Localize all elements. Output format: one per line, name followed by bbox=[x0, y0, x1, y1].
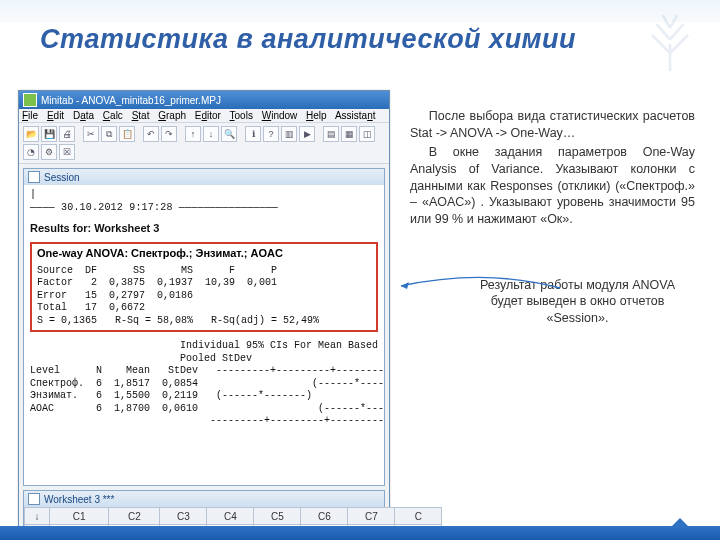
ws-col-c1[interactable]: C1 bbox=[50, 508, 109, 525]
toolbar-tool-icon[interactable]: ⚙ bbox=[41, 144, 57, 160]
toolbar-copy-icon[interactable]: ⧉ bbox=[101, 126, 117, 142]
results-for-label: Results for: Worksheet 3 bbox=[30, 222, 378, 236]
toolbar-cut-icon[interactable]: ✂ bbox=[83, 126, 99, 142]
toolbar-x-icon[interactable]: ☒ bbox=[59, 144, 75, 160]
toolbar-find-icon[interactable]: 🔍 bbox=[221, 126, 237, 142]
toolbar-up-icon[interactable]: ↑ bbox=[185, 126, 201, 142]
menu-editor[interactable]: Editor bbox=[195, 110, 221, 121]
slide-title: Статистика в аналитической химии bbox=[40, 24, 576, 55]
session-icon bbox=[28, 171, 40, 183]
worksheet-icon bbox=[28, 493, 40, 505]
menu-tools[interactable]: Tools bbox=[230, 110, 253, 121]
ci-rows: Level N Mean StDev ---------+---------+-… bbox=[30, 365, 378, 428]
worksheet-title: Worksheet 3 *** bbox=[44, 494, 114, 505]
session-titlebar: Session bbox=[24, 169, 384, 185]
paragraph-1: После выбора вида статистических расчето… bbox=[410, 108, 695, 142]
toolbar-chart-icon[interactable]: ▥ bbox=[281, 126, 297, 142]
anova-heading: One-way ANOVA: Спектроф.; Энзимат.; AOAC bbox=[37, 247, 371, 261]
menu-stat[interactable]: Stat bbox=[132, 110, 150, 121]
callout-label: Результат работы модуля ANOVA будет выве… bbox=[465, 277, 690, 326]
toolbar-session-icon[interactable]: ▤ bbox=[323, 126, 339, 142]
toolbar-down-icon[interactable]: ↓ bbox=[203, 126, 219, 142]
toolbar-graph-icon[interactable]: ◫ bbox=[359, 126, 375, 142]
toolbar-undo-icon[interactable]: ↶ bbox=[143, 126, 159, 142]
tree-decoration bbox=[610, 0, 720, 80]
menu-help[interactable]: Help bbox=[306, 110, 327, 121]
toolbar-pie-icon[interactable]: ◔ bbox=[23, 144, 39, 160]
ws-col-c8[interactable]: C bbox=[395, 508, 442, 525]
toolbar-open-icon[interactable]: 📂 bbox=[23, 126, 39, 142]
session-cursor: | bbox=[30, 189, 378, 202]
ci-header: Individual 95% CIs For Mean Based on Poo… bbox=[30, 340, 378, 365]
toolbar-help-icon[interactable]: ? bbox=[263, 126, 279, 142]
ws-corner[interactable]: ↓ bbox=[25, 508, 50, 525]
minitab-titlebar: Minitab - ANOVA_minitab16_primer.MPJ bbox=[19, 91, 389, 109]
ws-col-c5[interactable]: C5 bbox=[254, 508, 301, 525]
menu-graph[interactable]: Graph bbox=[158, 110, 186, 121]
menu-calc[interactable]: Calc bbox=[103, 110, 123, 121]
toolbar-print-icon[interactable]: 🖨 bbox=[59, 126, 75, 142]
toolbar-save-icon[interactable]: 💾 bbox=[41, 126, 57, 142]
menu-file[interactable]: File bbox=[22, 110, 38, 121]
worksheet-titlebar: Worksheet 3 *** bbox=[24, 491, 384, 507]
anova-table: Source DF SS MS F P Factor 2 0,3875 0,19… bbox=[37, 265, 371, 315]
anova-result-box: One-way ANOVA: Спектроф.; Энзимат.; AOAC… bbox=[30, 242, 378, 332]
session-date: ———— 30.10.2012 9:17:28 ———————————————— bbox=[30, 202, 378, 215]
menu-assistant[interactable]: Assistant bbox=[335, 110, 376, 121]
ws-col-c4[interactable]: C4 bbox=[207, 508, 254, 525]
toolbar-run-icon[interactable]: ▶ bbox=[299, 126, 315, 142]
session-body: | ———— 30.10.2012 9:17:28 ——————————————… bbox=[24, 185, 384, 485]
ws-col-c6[interactable]: C6 bbox=[301, 508, 348, 525]
toolbar-redo-icon[interactable]: ↷ bbox=[161, 126, 177, 142]
toolbar-paste-icon[interactable]: 📋 bbox=[119, 126, 135, 142]
bottom-accent-bar bbox=[0, 526, 720, 540]
minitab-window-title: Minitab - ANOVA_minitab16_primer.MPJ bbox=[41, 95, 221, 106]
anova-rsq: S = 0,1365 R-Sq = 58,08% R-Sq(adj) = 52,… bbox=[37, 315, 371, 328]
session-title: Session bbox=[44, 172, 80, 183]
minitab-menubar: File Edit Data Calc Stat Graph Editor To… bbox=[19, 109, 389, 123]
explanation-text: После выбора вида статистических расчето… bbox=[410, 108, 695, 230]
toolbar-info-icon[interactable]: ℹ bbox=[245, 126, 261, 142]
session-panel: Session | ———— 30.10.2012 9:17:28 ——————… bbox=[23, 168, 385, 486]
minitab-window: Minitab - ANOVA_minitab16_primer.MPJ Fil… bbox=[18, 90, 390, 540]
menu-edit[interactable]: Edit bbox=[47, 110, 64, 121]
minitab-app-icon bbox=[23, 93, 37, 107]
menu-data[interactable]: Data bbox=[73, 110, 94, 121]
minitab-toolbar: 📂 💾 🖨 ✂ ⧉ 📋 ↶ ↷ ↑ ↓ 🔍 ℹ ? ▥ ▶ ▤ ▦ ◫ ◔ ⚙ … bbox=[19, 123, 389, 164]
toolbar-sheet-icon[interactable]: ▦ bbox=[341, 126, 357, 142]
ws-col-c3[interactable]: C3 bbox=[160, 508, 207, 525]
ws-col-c2[interactable]: C2 bbox=[109, 508, 160, 525]
menu-window[interactable]: Window bbox=[262, 110, 298, 121]
ws-col-c7[interactable]: C7 bbox=[348, 508, 395, 525]
paragraph-2: В окне задания параметров One-Way Analys… bbox=[410, 144, 695, 228]
